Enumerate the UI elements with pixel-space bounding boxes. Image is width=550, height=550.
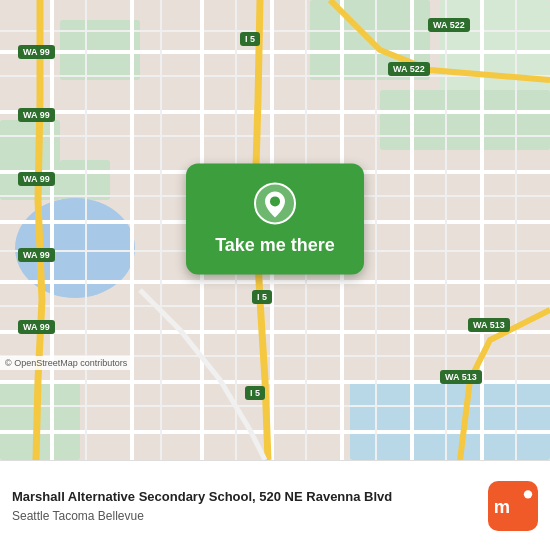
svg-point-44 (524, 490, 532, 498)
svg-rect-32 (480, 0, 484, 460)
svg-rect-23 (0, 305, 550, 307)
map-container: WA 99 WA 99 WA 99 WA 99 WA 99 I 5 I 5 I … (0, 0, 550, 460)
location-info: Marshall Alternative Secondary School, 5… (12, 488, 488, 522)
highway-label-wa99-3: WA 99 (18, 172, 55, 186)
svg-rect-7 (350, 380, 550, 460)
svg-rect-37 (375, 0, 377, 460)
location-pin-icon (253, 181, 297, 225)
highway-label-i5-1: I 5 (240, 32, 260, 46)
svg-rect-14 (0, 280, 550, 284)
highway-label-wa99-2: WA 99 (18, 108, 55, 122)
svg-rect-39 (515, 0, 517, 460)
moovit-logo: m (488, 481, 538, 531)
highway-label-wa513-1: WA 513 (468, 318, 510, 332)
highway-label-wa513-2: WA 513 (440, 370, 482, 384)
svg-rect-11 (0, 110, 550, 114)
highway-label-i5-2: I 5 (252, 290, 272, 304)
osm-credit: © OpenStreetMap contributors (0, 356, 132, 370)
svg-rect-27 (130, 0, 134, 460)
cta-label: Take me there (215, 235, 335, 256)
svg-rect-17 (0, 430, 550, 434)
location-city: Seattle Tacoma Bellevue (12, 509, 488, 523)
highway-label-wa522-2: WA 522 (388, 62, 430, 76)
highway-label-wa522-1: WA 522 (428, 18, 470, 32)
highway-label-i5-3: I 5 (245, 386, 265, 400)
svg-rect-20 (0, 135, 550, 137)
svg-rect-34 (160, 0, 162, 460)
svg-text:m: m (494, 495, 510, 516)
svg-rect-10 (0, 50, 550, 54)
svg-rect-5 (380, 90, 550, 150)
highway-label-wa99-5: WA 99 (18, 320, 55, 334)
bottom-bar: Marshall Alternative Secondary School, 5… (0, 460, 550, 550)
take-me-there-button[interactable]: Take me there (186, 163, 364, 274)
svg-rect-33 (85, 0, 87, 460)
moovit-logo-icon: m (488, 481, 538, 531)
svg-rect-26 (50, 0, 54, 460)
svg-point-41 (270, 196, 280, 206)
highway-label-wa99-1: WA 99 (18, 45, 55, 59)
location-name: Marshall Alternative Secondary School, 5… (12, 488, 488, 506)
highway-label-wa99-4: WA 99 (18, 248, 55, 262)
